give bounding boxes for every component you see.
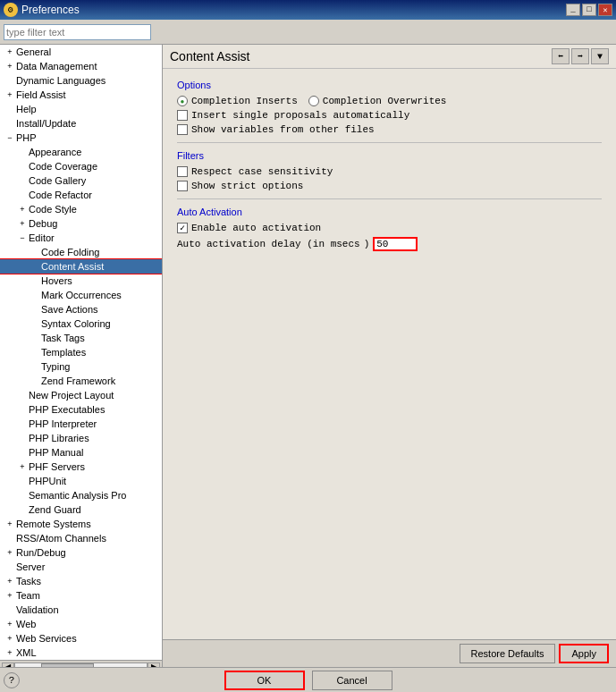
- insert-single-proposals-label: Insert single proposals automatically: [191, 110, 409, 121]
- sidebar-item-team[interactable]: + Team: [0, 588, 162, 603]
- sidebar-item-install-update[interactable]: Install/Update: [0, 116, 162, 131]
- sidebar-item-label: Save Actions: [41, 304, 98, 315]
- sidebar-item-server[interactable]: Server: [0, 560, 162, 574]
- sidebar-item-field-assist[interactable]: + Field Assist: [0, 88, 162, 102]
- expand-icon: +: [4, 60, 16, 72]
- sidebar-item-typing[interactable]: Typing: [0, 359, 162, 374]
- sidebar-item-php-executables[interactable]: PHP Executables: [0, 402, 162, 417]
- sidebar-item-xml[interactable]: + XML: [0, 646, 162, 660]
- sidebar-item-code-gallery[interactable]: Code Gallery: [0, 173, 162, 188]
- sidebar-item-php-manual[interactable]: PHP Manual: [0, 445, 162, 460]
- sidebar-item-label: Run/Debug: [16, 547, 66, 558]
- cancel-button[interactable]: Cancel: [312, 671, 392, 690]
- footer-bar: ? OK Cancel: [0, 667, 616, 692]
- sidebar-item-editor[interactable]: − Editor: [0, 231, 162, 245]
- sidebar-item-general[interactable]: + General: [0, 45, 162, 59]
- sidebar-item-php-servers[interactable]: + PHF Servers: [0, 460, 162, 474]
- sidebar-item-mark-occurrences[interactable]: Mark Occurrences: [0, 288, 162, 302]
- auto-activation-section: Auto Activation Enable auto activation A…: [177, 207, 602, 251]
- expand-icon: [29, 375, 41, 387]
- sidebar-item-php-interpreter[interactable]: PHP Interpreter: [0, 417, 162, 431]
- show-variables-label: Show variables from other files: [191, 124, 375, 135]
- close-button[interactable]: ✕: [598, 4, 612, 16]
- sidebar-item-phpunit[interactable]: PHPUnit: [0, 474, 162, 488]
- sidebar-item-appearance[interactable]: Appearance: [0, 145, 162, 159]
- sidebar-item-label: General: [16, 46, 51, 57]
- options-separator: [177, 142, 602, 143]
- filter-input[interactable]: [4, 24, 151, 40]
- sidebar-item-label: PHP Libraries: [29, 433, 89, 443]
- minimize-button[interactable]: _: [566, 4, 580, 16]
- sidebar-item-code-coverage[interactable]: Code Coverage: [0, 159, 162, 173]
- expand-icon: [29, 303, 41, 316]
- sidebar-item-hovers[interactable]: Hovers: [0, 274, 162, 288]
- sidebar-item-web[interactable]: + Web: [0, 617, 162, 631]
- sidebar-item-label: PHP Interpreter: [29, 418, 97, 429]
- apply-button[interactable]: Apply: [559, 644, 609, 663]
- enable-auto-activation-row: Enable auto activation: [177, 223, 602, 233]
- nav-forward-button[interactable]: ➡: [571, 48, 589, 64]
- help-button[interactable]: ?: [4, 672, 20, 688]
- sidebar-scrollbar[interactable]: ◀ ▶: [0, 660, 162, 667]
- filters-separator: [177, 198, 602, 199]
- expand-icon: [29, 360, 41, 373]
- expand-icon: [29, 246, 41, 258]
- expand-icon: [16, 160, 29, 173]
- expand-icon: [4, 561, 16, 573]
- sidebar-item-new-project-layout[interactable]: New Project Layout: [0, 388, 162, 402]
- sidebar-item-syntax-coloring[interactable]: Syntax Coloring: [0, 316, 162, 331]
- sidebar-item-task-tags[interactable]: Task Tags: [0, 331, 162, 345]
- sidebar-item-zend-guard[interactable]: Zend Guard: [0, 502, 162, 517]
- sidebar-item-content-assist[interactable]: Content Assist: [0, 259, 162, 274]
- sidebar-item-templates[interactable]: Templates: [0, 345, 162, 359]
- expand-icon: [29, 289, 41, 301]
- sidebar-item-php-libraries[interactable]: PHP Libraries: [0, 431, 162, 445]
- sidebar-item-tasks[interactable]: + Tasks: [0, 574, 162, 588]
- sidebar-item-remote-systems[interactable]: + Remote Systems: [0, 517, 162, 531]
- expand-icon: [29, 317, 41, 330]
- sidebar-item-label: Validation: [16, 604, 59, 615]
- nav-back-button[interactable]: ⬅: [552, 48, 570, 64]
- respect-case-checkbox[interactable]: [177, 166, 188, 177]
- sidebar-item-semantic-analysis[interactable]: Semantic Analysis Pro: [0, 488, 162, 502]
- delay-input[interactable]: [373, 237, 418, 251]
- sidebar-item-web-services[interactable]: + Web Services: [0, 631, 162, 646]
- expand-icon: +: [16, 460, 29, 473]
- sidebar-item-php[interactable]: − PHP: [0, 131, 162, 145]
- app-icon: ⚙: [4, 3, 18, 17]
- sidebar-item-rss-atom[interactable]: RSS/Atom Channels: [0, 531, 162, 545]
- sidebar-item-label: New Project Layout: [29, 390, 114, 401]
- sidebar-item-label: Code Coverage: [29, 161, 97, 172]
- sidebar-item-label: Code Folding: [41, 247, 99, 257]
- sidebar-item-validation[interactable]: Validation: [0, 603, 162, 617]
- sidebar-item-code-refactor[interactable]: Code Refactor: [0, 188, 162, 202]
- show-strict-label: Show strict options: [191, 181, 303, 191]
- sidebar-item-save-actions[interactable]: Save Actions: [0, 302, 162, 316]
- expand-icon: [16, 403, 29, 416]
- completion-inserts-radio[interactable]: [177, 96, 188, 106]
- show-strict-checkbox[interactable]: [177, 181, 188, 191]
- sidebar-item-label: PHP: [16, 132, 37, 143]
- enable-auto-activation-checkbox[interactable]: [177, 223, 188, 233]
- sidebar-item-run-debug[interactable]: + Run/Debug: [0, 545, 162, 560]
- sidebar-item-dynamic-languages[interactable]: Dynamic Languages: [0, 73, 162, 88]
- expand-icon: +: [4, 632, 16, 645]
- sidebar-item-label: Zend Framework: [41, 376, 115, 386]
- expand-icon: [16, 475, 29, 487]
- show-variables-checkbox[interactable]: [177, 124, 188, 135]
- sidebar-item-help[interactable]: Help: [0, 102, 162, 116]
- sidebar-item-label: Templates: [41, 347, 86, 358]
- insert-single-proposals-checkbox[interactable]: [177, 110, 188, 121]
- sidebar-item-label: Help: [16, 104, 37, 114]
- ok-button[interactable]: OK: [224, 671, 305, 690]
- sidebar-item-code-folding[interactable]: Code Folding: [0, 245, 162, 259]
- sidebar-item-data-management[interactable]: + Data Management: [0, 59, 162, 73]
- restore-defaults-button[interactable]: Restore Defaults: [460, 644, 556, 663]
- sidebar-item-zend-framework[interactable]: Zend Framework: [0, 374, 162, 388]
- sidebar-item-code-style[interactable]: + Code Style: [0, 202, 162, 216]
- expand-icon: +: [4, 646, 16, 659]
- sidebar-item-debug[interactable]: + Debug: [0, 216, 162, 231]
- completion-overwrites-radio[interactable]: [308, 96, 319, 106]
- maximize-button[interactable]: □: [582, 4, 596, 16]
- nav-dropdown-button[interactable]: ▼: [591, 48, 609, 64]
